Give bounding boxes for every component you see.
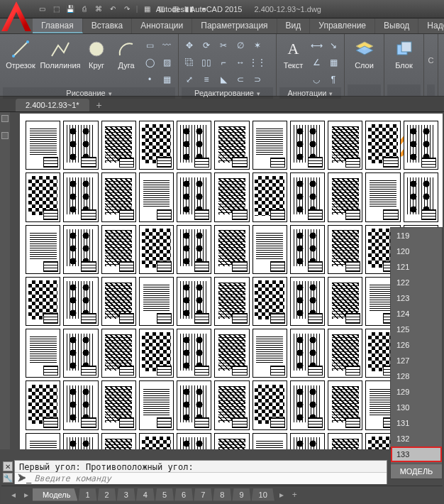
drawing-sheet[interactable]: [177, 329, 211, 378]
drawing-sheet[interactable]: [26, 277, 60, 326]
layout-tab[interactable]: 1: [78, 488, 96, 501]
panel-draw-label[interactable]: Рисование▾: [3, 87, 175, 99]
line-button[interactable]: Отрезок: [3, 35, 38, 70]
layout-item[interactable]: 127: [391, 353, 442, 368]
drawing-sheet[interactable]: [404, 121, 438, 170]
drawing-sheet[interactable]: [177, 121, 211, 170]
layout-tab[interactable]: 3: [117, 488, 135, 501]
array-icon[interactable]: ⋮⋮: [250, 55, 265, 70]
layout-tab[interactable]: 7: [194, 488, 212, 501]
layout-item[interactable]: 128: [391, 368, 442, 384]
copy-icon[interactable]: ⿻: [182, 55, 197, 70]
drawing-sheet[interactable]: [328, 433, 362, 449]
drawing-sheet[interactable]: [214, 225, 249, 274]
join-icon[interactable]: ⊂: [233, 72, 248, 87]
point-icon[interactable]: •: [142, 72, 157, 87]
drawing-sheet[interactable]: [365, 172, 400, 221]
drawing-sheet[interactable]: [290, 172, 325, 221]
layout-tab[interactable]: 8: [213, 488, 231, 501]
drawing-sheet[interactable]: [177, 225, 211, 274]
break-icon[interactable]: ⊃: [250, 72, 265, 87]
erase-icon[interactable]: ∅: [233, 38, 248, 53]
drawing-sheet[interactable]: [290, 121, 325, 170]
mtext-icon[interactable]: ¶: [326, 72, 341, 87]
drawing-sheet[interactable]: [139, 172, 174, 221]
circle-button[interactable]: Круг: [82, 35, 111, 70]
drawing-sheet[interactable]: [139, 225, 174, 274]
drawing-sheet[interactable]: [214, 121, 249, 170]
drawing-sheet[interactable]: [328, 380, 362, 429]
offset-icon[interactable]: ≡: [199, 72, 214, 87]
drawing-sheet[interactable]: [63, 172, 98, 221]
drawing-sheet[interactable]: [328, 225, 362, 274]
layout-item[interactable]: 133: [391, 447, 442, 462]
drawing-sheet[interactable]: [177, 172, 211, 221]
hatch-icon[interactable]: ▨: [159, 55, 174, 70]
drawing-sheet[interactable]: [63, 433, 98, 449]
drawing-sheet[interactable]: [139, 380, 174, 429]
qat-plot-icon[interactable]: ⌘: [92, 3, 105, 16]
tab-insert[interactable]: Вставка: [83, 18, 133, 33]
polyline-button[interactable]: Полилиния: [40, 35, 81, 70]
layout-tab[interactable]: 4: [136, 488, 155, 501]
explode-icon[interactable]: ✶: [250, 38, 265, 53]
drawing-sheet[interactable]: [101, 380, 136, 429]
new-tab-icon[interactable]: +: [92, 99, 106, 111]
drawing-sheet[interactable]: [26, 433, 60, 449]
dim-linear-icon[interactable]: ⟷: [309, 38, 324, 53]
drawing-sheet[interactable]: [290, 329, 325, 378]
layout-item[interactable]: 121: [391, 259, 442, 275]
table-icon[interactable]: ▦: [326, 55, 341, 70]
mirror-icon[interactable]: ▯▯: [199, 55, 214, 70]
drawing-sheet[interactable]: [139, 121, 174, 170]
fillet-icon[interactable]: ⌐: [216, 55, 231, 70]
drawing-sheet[interactable]: [404, 172, 438, 221]
layout-item[interactable]: 124: [391, 306, 442, 322]
scale-icon[interactable]: ⤢: [182, 72, 197, 87]
qat-saveas-icon[interactable]: ⎙: [78, 3, 91, 16]
drawing-sheet[interactable]: [252, 433, 287, 449]
drawing-sheet[interactable]: [63, 277, 98, 326]
drawing-sheet[interactable]: [177, 277, 211, 326]
layout-tab[interactable]: 6: [174, 488, 193, 501]
drawing-sheet[interactable]: [214, 433, 249, 449]
drawing-sheet[interactable]: [63, 329, 98, 378]
drawing-sheet[interactable]: [252, 225, 287, 274]
drawing-sheet[interactable]: [214, 277, 249, 326]
tab-output[interactable]: Вывод: [375, 18, 418, 33]
drawing-sheet[interactable]: [290, 225, 325, 274]
drawing-sheet[interactable]: [101, 172, 136, 221]
layout-item[interactable]: 132: [391, 431, 442, 447]
layout-item[interactable]: 122: [391, 275, 442, 290]
drawing-sheet[interactable]: [139, 329, 174, 378]
drawing-sheet[interactable]: [26, 380, 60, 429]
drawing-sheet[interactable]: [328, 277, 362, 326]
layout-item[interactable]: 129: [391, 384, 442, 400]
layout-tab[interactable]: 2: [98, 488, 116, 501]
drawing-sheet[interactable]: [63, 225, 98, 274]
qat-open-icon[interactable]: ⬚: [50, 3, 62, 16]
qat-redo-icon[interactable]: ↷: [121, 3, 133, 16]
layout-model-button[interactable]: МОДЕЛЬ: [391, 464, 442, 478]
dim-angular-icon[interactable]: ∠: [309, 55, 324, 70]
tabs-add-icon[interactable]: +: [288, 490, 301, 500]
drawing-sheet[interactable]: [26, 121, 60, 170]
layout-item[interactable]: 120: [391, 243, 442, 259]
drawing-sheet[interactable]: [63, 121, 98, 170]
drawing-sheet[interactable]: [252, 329, 287, 378]
palette-toggle-2-icon[interactable]: [1, 132, 9, 139]
region-icon[interactable]: ▦: [159, 72, 174, 87]
layout-item[interactable]: 126: [391, 337, 442, 353]
qat-undo-icon[interactable]: ↶: [106, 3, 119, 16]
tab-home[interactable]: Главная: [33, 18, 83, 33]
layout-item[interactable]: 125: [391, 322, 442, 337]
dim-radius-icon[interactable]: ◡: [309, 72, 324, 87]
drawing-sheet[interactable]: [328, 121, 362, 170]
text-button[interactable]: A Текст: [279, 35, 307, 70]
drawing-sheet[interactable]: [101, 121, 136, 170]
command-input[interactable]: Введите команду: [34, 473, 111, 483]
layout-tab[interactable]: 9: [232, 488, 250, 501]
arc-button[interactable]: Дуга: [112, 35, 140, 70]
layers-button[interactable]: Слои: [348, 35, 381, 70]
block-button[interactable]: Блок: [387, 35, 421, 70]
